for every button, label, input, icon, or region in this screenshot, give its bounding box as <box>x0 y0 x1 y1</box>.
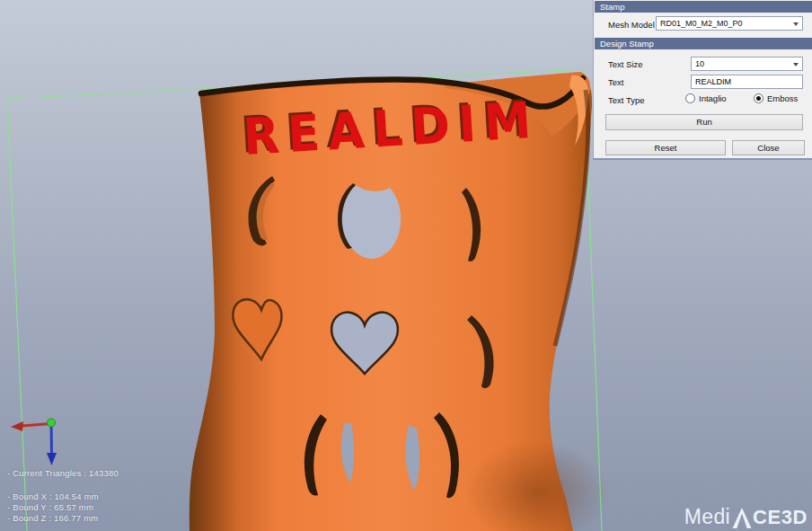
axis-x-icon <box>22 424 51 427</box>
stat-bound-x: - Bound X : 104.54 mm <box>7 491 99 501</box>
mesh-model-value: RD01_M0_M2_M0_P0 <box>660 19 743 28</box>
stamp-section-header: Stamp <box>595 1 812 13</box>
chevron-down-icon <box>793 22 799 26</box>
radio-intaglio[interactable]: Intaglio <box>685 93 727 103</box>
design-stamp-section-header: Design Stamp <box>595 38 812 49</box>
stat-current-triangles: - Current Triangles : 143380 <box>7 468 119 478</box>
axis-gizmo <box>11 419 57 465</box>
text-input[interactable] <box>691 75 803 89</box>
close-button[interactable]: Close <box>732 140 805 155</box>
mesh-model-dropdown[interactable]: RD01_M0_M2_M0_P0 <box>656 16 803 31</box>
text-size-value: 10 <box>695 59 704 68</box>
logo-a-icon <box>732 508 752 528</box>
text-size-dropdown[interactable]: 10 <box>691 57 803 71</box>
radio-emboss-label: Emboss <box>767 93 798 103</box>
reset-button[interactable]: Reset <box>605 140 726 155</box>
axis-origin-icon <box>48 419 56 427</box>
text-label: Text <box>608 77 623 87</box>
radio-icon[interactable] <box>685 93 695 103</box>
logo-prefix: Medi <box>684 505 730 529</box>
axis-z-icon <box>51 423 52 455</box>
stat-bound-y: - Bound Y : 65.57 mm <box>7 502 93 512</box>
chevron-down-icon <box>793 63 799 66</box>
radio-emboss[interactable]: Emboss <box>754 93 798 103</box>
radio-intaglio-label: Intaglio <box>699 93 727 103</box>
stat-bound-z: - Bound Z : 166.77 mm <box>7 513 98 523</box>
radio-checked-icon[interactable] <box>754 93 763 103</box>
mesh-model-label: Mesh Model <box>608 20 655 30</box>
3d-viewport[interactable]: REALDIM REALDIM - Current Triangles : 14… <box>0 0 812 531</box>
text-size-label: Text Size <box>608 59 643 69</box>
run-button[interactable]: Run <box>605 114 803 130</box>
text-type-label: Text Type <box>608 95 645 105</box>
stamp-panel: Stamp Mesh Model RD01_M0_M2_M0_P0 Design… <box>593 0 812 160</box>
logo-suffix: CE3D <box>753 506 808 529</box>
mediace3d-logo: Medi CE3D <box>684 505 808 529</box>
